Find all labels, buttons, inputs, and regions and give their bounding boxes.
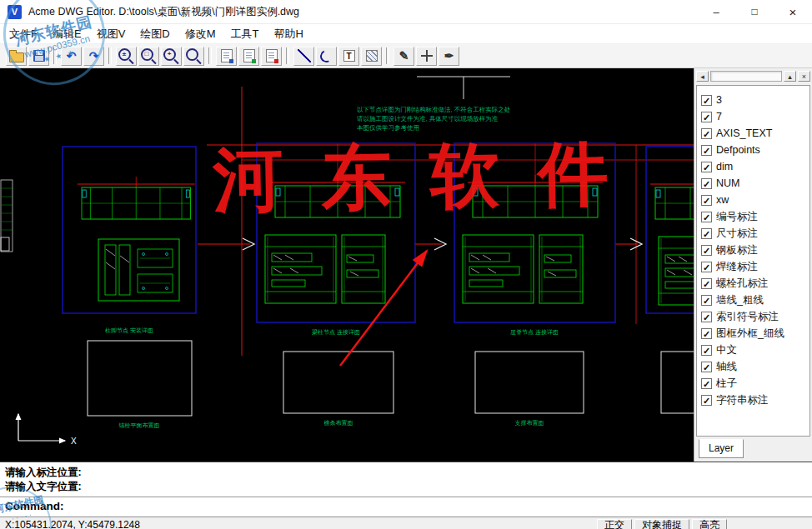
layer-label[interactable]: 轴线 xyxy=(716,360,737,374)
menu-item-draw[interactable]: 绘图D xyxy=(133,24,177,43)
layer-checkbox[interactable]: ✓ xyxy=(701,195,712,206)
save-icon xyxy=(33,50,45,62)
layer-checkbox[interactable]: ✓ xyxy=(701,95,712,106)
layer-checkbox[interactable]: ✓ xyxy=(701,362,712,372)
zoom-realtime-icon: ± xyxy=(118,48,131,61)
tab-layer[interactable]: Layer xyxy=(699,439,744,458)
leader-tool-icon: ✒ xyxy=(444,47,454,64)
layer-label[interactable]: xw xyxy=(716,194,729,206)
layer-checkbox[interactable]: ✓ xyxy=(701,345,712,356)
layer-properties-icon[interactable] xyxy=(261,47,282,66)
toolbar-separator xyxy=(208,47,212,64)
redo-icon[interactable]: ↷ xyxy=(83,47,104,66)
layer-label[interactable]: AXIS_TEXT xyxy=(716,127,772,139)
panel-header: ◂ ▴ × xyxy=(694,68,812,84)
menu-item-modify[interactable]: 修改M xyxy=(178,24,223,43)
close-button[interactable]: × xyxy=(774,0,812,23)
save-icon[interactable] xyxy=(28,47,49,66)
layer-label[interactable]: 编号标注 xyxy=(716,210,758,224)
layer-checkbox[interactable]: ✓ xyxy=(701,245,712,256)
layer-checkbox[interactable]: ✓ xyxy=(701,145,712,156)
layer-checkbox[interactable]: ✓ xyxy=(701,112,712,122)
menu-item-view[interactable]: 视图V xyxy=(89,24,133,43)
layer-checkbox[interactable]: ✓ xyxy=(701,395,712,406)
drawing-canvas[interactable]: 以下节点详图为门刚结构标准做法, 不符合工程实际之处 请以施工图设计文件为准, … xyxy=(0,68,694,462)
layer-checkbox[interactable]: ✓ xyxy=(701,278,712,289)
zoom-window-icon[interactable]: □ xyxy=(138,47,159,66)
layer-states-icon[interactable] xyxy=(238,47,259,66)
minimize-button[interactable]: – xyxy=(697,0,735,23)
layer-row: ✓字符串标注 xyxy=(701,392,809,408)
layer-checkbox[interactable]: ✓ xyxy=(701,162,712,172)
panel-scroll-left-button[interactable]: ◂ xyxy=(696,71,709,82)
layer-checkbox[interactable]: ✓ xyxy=(701,378,712,389)
zoom-realtime-icon[interactable]: ± xyxy=(116,47,137,66)
layer-manager-icon[interactable] xyxy=(216,47,237,66)
layer-checkbox[interactable]: ✓ xyxy=(701,212,712,222)
maximize-button[interactable]: □ xyxy=(735,0,774,23)
move-tool-icon[interactable] xyxy=(416,47,437,66)
layer-label[interactable]: 螺栓孔标注 xyxy=(716,277,769,291)
layer-checkbox[interactable]: ✓ xyxy=(701,295,712,306)
layer-label[interactable]: 图框外框_细线 xyxy=(716,327,784,341)
status-buttons: 正交对象捕捉高亮 xyxy=(594,518,727,529)
dimension-tool-icon[interactable]: ✎ xyxy=(393,47,414,66)
layer-label[interactable]: Defpoints xyxy=(716,144,760,156)
zoom-in-icon: + xyxy=(163,48,176,61)
layer-properties-icon xyxy=(266,49,278,62)
status-toggle-ortho[interactable]: 正交 xyxy=(597,519,632,529)
toolbar-separator xyxy=(386,47,389,64)
redo-icon: ↷ xyxy=(89,47,99,64)
layer-label[interactable]: 7 xyxy=(716,111,722,122)
layer-label[interactable]: 中文 xyxy=(716,343,737,357)
panel-scrollbar[interactable] xyxy=(710,71,782,82)
layer-label[interactable]: 墙线_粗线 xyxy=(716,293,764,307)
menu-item-edit[interactable]: 编辑E xyxy=(45,24,89,43)
layer-checkbox[interactable]: ✓ xyxy=(701,228,712,239)
open-file-icon[interactable] xyxy=(6,47,27,66)
layer-checkbox[interactable]: ✓ xyxy=(701,312,712,322)
command-input-line[interactable]: Command: xyxy=(5,500,64,512)
menu-item-help[interactable]: 帮助H xyxy=(266,24,310,43)
zoom-in-icon[interactable]: + xyxy=(161,47,182,66)
title-bar: V Acme DWG Editor. D:\tools\桌面\新视频\门刚详图实… xyxy=(0,0,812,24)
layer-checkbox[interactable]: ✓ xyxy=(701,262,712,272)
menu-item-file[interactable]: 文件F xyxy=(2,24,45,43)
layer-label[interactable]: 3 xyxy=(716,94,722,106)
panel-up-button[interactable]: ▴ xyxy=(784,71,796,82)
text-tool-icon[interactable]: T xyxy=(338,47,359,66)
window-title: Acme DWG Editor. D:\tools\桌面\新视频\门刚详图实例.… xyxy=(28,5,299,19)
layer-label[interactable]: 字符串标注 xyxy=(716,393,769,407)
layer-label[interactable]: 尺寸标注 xyxy=(716,227,758,241)
layer-label[interactable]: 焊缝标注 xyxy=(716,260,758,274)
layer-states-icon xyxy=(243,49,255,62)
status-toggle-highlight[interactable]: 高亮 xyxy=(692,519,727,529)
note-text-line: 请以施工图设计文件为准, 具体尺寸以现场放样为准 xyxy=(357,115,499,122)
line-tool-icon[interactable] xyxy=(293,47,314,66)
layer-label[interactable]: 索引符号标注 xyxy=(716,310,779,324)
layer-row: ✓AXIS_TEXT xyxy=(701,125,809,142)
layer-label[interactable]: 柱子 xyxy=(716,377,737,391)
detail-caption: 支撑布置图 xyxy=(515,420,544,427)
note-text-line: 以下节点详图为门刚结构标准做法, 不符合工程实际之处 xyxy=(357,106,510,113)
layer-label[interactable]: dim xyxy=(716,161,733,172)
leader-tool-icon[interactable]: ✒ xyxy=(439,47,459,66)
layer-label[interactable]: 钢板标注 xyxy=(716,243,758,257)
layer-row: ✓图框外框_细线 xyxy=(701,325,809,342)
ucs-x-label: X xyxy=(71,437,77,446)
layer-checkbox[interactable]: ✓ xyxy=(701,328,712,339)
undo-icon[interactable]: ↶ xyxy=(61,47,82,66)
layer-checkbox[interactable]: ✓ xyxy=(701,178,712,189)
layer-checkbox[interactable]: ✓ xyxy=(701,128,712,139)
layer-row: ✓钢板标注 xyxy=(701,242,809,258)
arc-tool-icon[interactable] xyxy=(316,47,337,66)
layer-label[interactable]: NUM xyxy=(716,177,739,189)
status-toggle-osnap[interactable]: 对象捕捉 xyxy=(634,519,689,529)
layer-row: ✓7 xyxy=(701,108,809,125)
menu-item-tools[interactable]: 工具T xyxy=(223,24,267,43)
panel-close-button[interactable]: × xyxy=(798,71,810,82)
arc-tool-icon xyxy=(318,47,334,63)
detail-caption: 柱脚节点 安装详图 xyxy=(105,327,153,334)
zoom-previous-icon[interactable] xyxy=(183,47,204,66)
hatch-tool-icon[interactable] xyxy=(361,47,382,66)
